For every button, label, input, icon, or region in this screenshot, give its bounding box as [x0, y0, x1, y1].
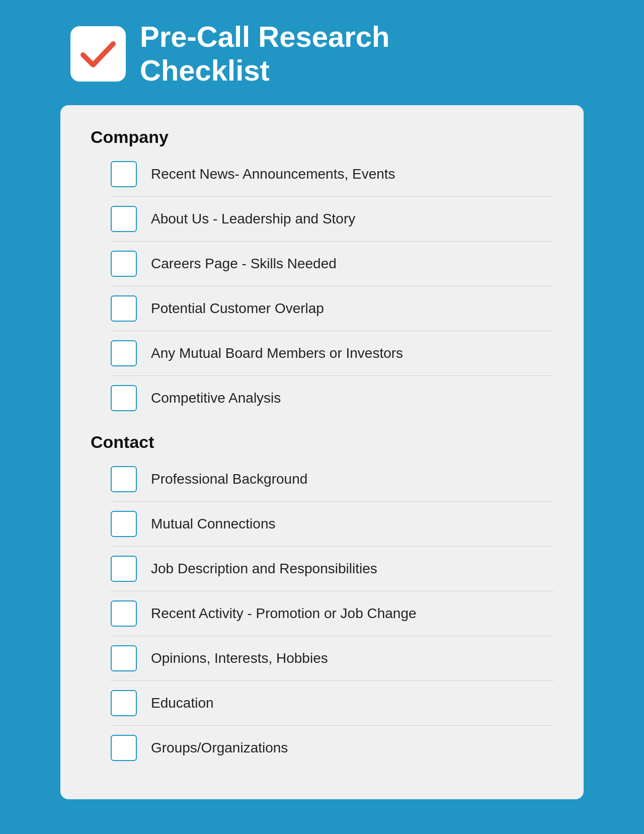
checkbox-board-members[interactable] [111, 340, 137, 366]
checkbox-education[interactable] [111, 690, 137, 716]
item-label-board-members: Any Mutual Board Members or Investors [151, 345, 403, 361]
list-item: Mutual Connections [111, 502, 553, 547]
checkbox-opinions-interests[interactable] [111, 645, 137, 671]
title-line1: Pre-Call Research [140, 20, 389, 53]
list-item: Recent News- Announcements, Events [111, 152, 553, 197]
checkbox-recent-news[interactable] [111, 161, 137, 187]
checkbox-recent-activity[interactable] [111, 600, 137, 627]
list-item: Professional Background [111, 457, 553, 502]
item-label-about-us: About Us - Leadership and Story [151, 211, 355, 227]
list-item: Potential Customer Overlap [111, 286, 553, 331]
item-label-opinions-interests: Opinions, Interests, Hobbies [151, 650, 328, 666]
checkbox-mutual-connections[interactable] [111, 511, 137, 537]
contact-items-list: Professional Background Mutual Connectio… [111, 457, 553, 770]
list-item: Job Description and Responsibilities [111, 547, 553, 591]
item-label-careers-page: Careers Page - Skills Needed [151, 256, 337, 272]
item-label-education: Education [151, 695, 214, 711]
list-item: Recent Activity - Promotion or Job Chang… [111, 591, 553, 636]
item-label-groups-organizations: Groups/Organizations [151, 740, 288, 756]
header: Pre-Call Research Checklist [60, 20, 584, 87]
page-container: Pre-Call Research Checklist Company Rece… [60, 20, 584, 799]
checkbox-competitive-analysis[interactable] [111, 385, 137, 411]
item-label-job-description: Job Description and Responsibilities [151, 561, 377, 577]
list-item: Careers Page - Skills Needed [111, 242, 553, 286]
section-contact: Contact Professional Background Mutual C… [91, 432, 553, 770]
checkbox-customer-overlap[interactable] [111, 295, 137, 322]
checkbox-about-us[interactable] [111, 206, 137, 232]
checkbox-professional-background[interactable] [111, 466, 137, 492]
item-label-professional-background: Professional Background [151, 471, 307, 487]
item-label-recent-activity: Recent Activity - Promotion or Job Chang… [151, 605, 417, 622]
list-item: Opinions, Interests, Hobbies [111, 636, 553, 681]
checkmark-icon [78, 34, 118, 74]
section-company: Company Recent News- Announcements, Even… [91, 127, 553, 420]
item-label-recent-news: Recent News- Announcements, Events [151, 166, 395, 182]
list-item: About Us - Leadership and Story [111, 197, 553, 242]
header-icon [70, 26, 126, 82]
checkbox-job-description[interactable] [111, 556, 137, 582]
checklist-card: Company Recent News- Announcements, Even… [60, 105, 584, 799]
list-item: Competitive Analysis [111, 376, 553, 420]
item-label-mutual-connections: Mutual Connections [151, 516, 275, 532]
checkbox-groups-organizations[interactable] [111, 735, 137, 761]
section-heading-contact: Contact [91, 432, 553, 452]
company-items-list: Recent News- Announcements, Events About… [111, 152, 553, 420]
header-title: Pre-Call Research Checklist [140, 20, 389, 87]
item-label-customer-overlap: Potential Customer Overlap [151, 300, 324, 317]
section-heading-company: Company [91, 127, 553, 147]
item-label-competitive-analysis: Competitive Analysis [151, 390, 281, 406]
list-item: Groups/Organizations [111, 726, 553, 770]
list-item: Any Mutual Board Members or Investors [111, 331, 553, 376]
list-item: Education [111, 681, 553, 726]
checkbox-careers-page[interactable] [111, 251, 137, 277]
title-line2: Checklist [140, 54, 270, 87]
